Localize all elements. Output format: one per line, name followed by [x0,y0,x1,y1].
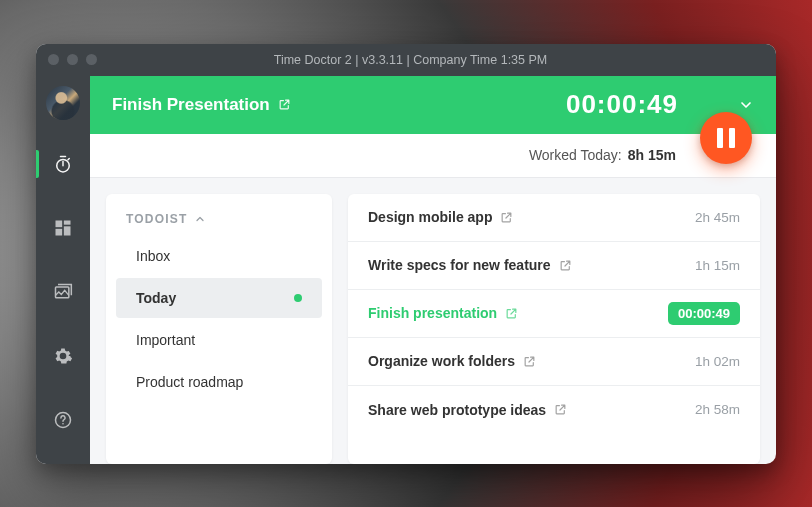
external-link-icon [523,355,536,368]
external-link-icon [500,211,513,224]
task-name: Organize work folders [368,353,515,369]
task-row[interactable]: Design mobile app 2h 45m [348,194,760,242]
stopwatch-icon [53,154,73,174]
svg-point-7 [62,422,64,424]
sidebar-item-inbox[interactable]: Inbox [116,236,322,276]
task-name: Finish presentation [368,305,497,321]
sidebar-item-product-roadmap[interactable]: Product roadmap [116,362,322,402]
worked-today-bar: Worked Today: 8h 15m [90,134,776,178]
app-window: Time Doctor 2 | v3.3.11 | Company Time 1… [36,44,776,464]
image-icon [53,282,73,302]
nav-sidebar [36,76,90,464]
pause-button[interactable] [700,112,752,164]
current-task-title[interactable]: Finish Presentation [112,95,291,115]
titlebar[interactable]: Time Doctor 2 | v3.3.11 | Company Time 1… [36,44,776,76]
nav-timer[interactable] [36,144,90,184]
svg-rect-3 [64,226,71,235]
task-timer-badge: 00:00:49 [668,302,740,325]
nav-dashboard[interactable] [36,208,90,248]
task-time: 1h 02m [695,354,740,369]
task-time: 2h 58m [695,402,740,417]
nav-settings[interactable] [36,336,90,376]
worked-today-value: 8h 15m [628,147,676,163]
tracking-header: Finish Presentation 00:00:49 [90,76,776,134]
project-panel: TODOIST Inbox Today Important [106,194,332,464]
avatar[interactable] [46,86,80,120]
sidebar-item-important[interactable]: Important [116,320,322,360]
task-name: Share web prototype ideas [368,402,546,418]
timer-display: 00:00:49 [566,89,678,120]
sidebar-item-label: Important [136,332,195,348]
sidebar-item-label: Product roadmap [136,374,243,390]
sidebar-item-label: Inbox [136,248,170,264]
external-link-icon [278,98,291,111]
task-time: 1h 15m [695,258,740,273]
task-row[interactable]: Finish presentation 00:00:49 [348,290,760,338]
worked-today-label: Worked Today: [529,147,622,163]
chevron-down-icon[interactable] [738,97,754,113]
current-task-label: Finish Presentation [112,95,270,115]
main-area: Finish Presentation 00:00:49 Worked Toda… [90,76,776,464]
help-icon [53,410,73,430]
gear-icon [53,346,73,366]
nav-screenshots[interactable] [36,272,90,312]
svg-rect-1 [56,220,63,227]
svg-rect-2 [64,220,71,224]
task-list-panel: Design mobile app 2h 45m Write specs for… [348,194,760,464]
task-name: Write specs for new feature [368,257,551,273]
sidebar-item-today[interactable]: Today [116,278,322,318]
external-link-icon [554,403,567,416]
chevron-up-icon [194,213,206,225]
project-group-label: TODOIST [126,212,188,226]
external-link-icon [505,307,518,320]
task-time: 2h 45m [695,210,740,225]
project-group-header[interactable]: TODOIST [106,212,332,234]
active-dot-icon [294,294,302,302]
task-row[interactable]: Organize work folders 1h 02m [348,338,760,386]
external-link-icon [559,259,572,272]
task-name: Design mobile app [368,209,492,225]
sidebar-item-label: Today [136,290,176,306]
nav-help[interactable] [36,400,90,440]
task-row[interactable]: Share web prototype ideas 2h 58m [348,386,760,434]
task-row[interactable]: Write specs for new feature 1h 15m [348,242,760,290]
dashboard-icon [53,218,73,238]
svg-rect-4 [56,228,63,235]
titlebar-text: Time Doctor 2 | v3.3.11 | Company Time 1… [57,53,764,67]
